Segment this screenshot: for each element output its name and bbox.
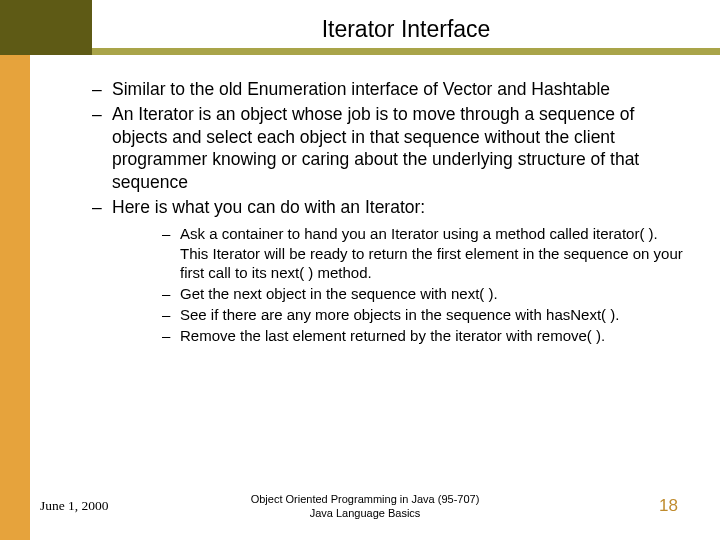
bullet-text: Get the next object in the sequence with…	[180, 284, 686, 303]
decorative-left-sidebar	[0, 55, 30, 540]
decorative-top-band	[92, 48, 720, 55]
footer-course: Object Oriented Programming in Java (95-…	[251, 493, 480, 505]
slide-title: Iterator Interface	[92, 16, 720, 43]
sub-bullets: –Ask a container to hand you an Iterator…	[162, 224, 690, 345]
bullet-level2: –Get the next object in the sequence wit…	[162, 284, 690, 303]
bullet-level1: –Similar to the old Enumeration interfac…	[92, 78, 690, 100]
slide-content: –Similar to the old Enumeration interfac…	[92, 78, 690, 347]
bullet-text: Ask a container to hand you an Iterator …	[180, 224, 686, 282]
bullet-text: Here is what you can do with an Iterator…	[112, 196, 686, 218]
bullet-text: Similar to the old Enumeration interface…	[112, 78, 686, 100]
slide-footer: June 1, 2000 Object Oriented Programming…	[40, 492, 690, 524]
bullet-text: Remove the last element returned by the …	[180, 326, 686, 345]
bullet-text: An Iterator is an object whose job is to…	[112, 103, 686, 193]
bullet-level2: –Remove the last element returned by the…	[162, 326, 690, 345]
bullet-level1: –An Iterator is an object whose job is t…	[92, 103, 690, 193]
bullet-level2: –See if there are any more objects in th…	[162, 305, 690, 324]
bullet-text: See if there are any more objects in the…	[180, 305, 686, 324]
decorative-corner-block	[0, 0, 92, 55]
footer-subtitle: Java Language Basics	[310, 507, 421, 519]
footer-page-number: 18	[659, 496, 678, 516]
footer-center: Object Oriented Programming in Java (95-…	[40, 492, 690, 521]
bullet-level2: –Ask a container to hand you an Iterator…	[162, 224, 690, 282]
bullet-level1: –Here is what you can do with an Iterato…	[92, 196, 690, 218]
